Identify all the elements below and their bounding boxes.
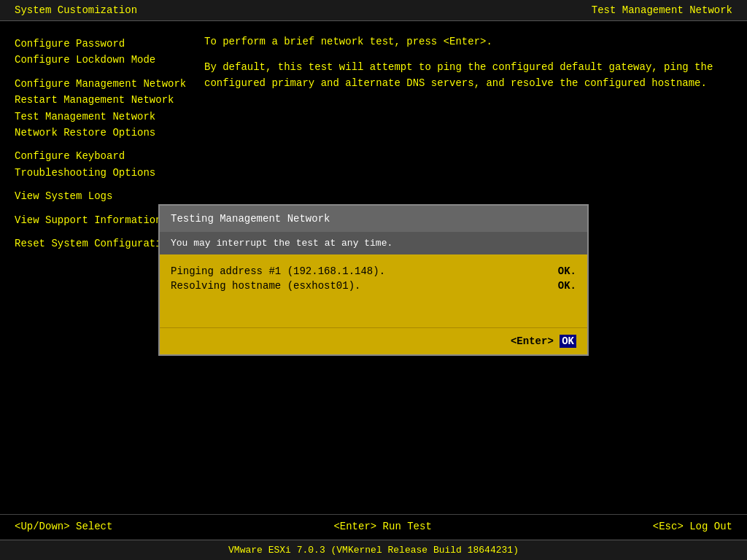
sidebar-item-configure-password[interactable]: Configure Password (15, 36, 175, 52)
result-label-1: Resolving hostname (esxhost01). (171, 280, 360, 292)
description-line1: To perform a brief network test, press <… (204, 36, 732, 47)
modal-subtitle: You may interrupt the test at any time. (160, 232, 587, 254)
status-left: <Up/Down> Select (15, 521, 112, 532)
modal-title: Testing Management Network (160, 206, 587, 232)
sidebar-item-configure-keyboard[interactable]: Configure Keyboard (15, 148, 175, 164)
sidebar-item-test-mgmt-network[interactable]: Test Management Network (15, 109, 175, 125)
sidebar-item-view-logs[interactable]: View System Logs (15, 188, 175, 204)
modal-body: Pinging address #1 (192.168.1.148). OK. … (160, 254, 587, 327)
testing-modal[interactable]: Testing Management Network You may inter… (158, 204, 589, 356)
sidebar-item-restart-mgmt-network[interactable]: Restart Management Network (15, 92, 175, 108)
sidebar-item-view-support[interactable]: View Support Information (15, 212, 175, 228)
result-status-0: OK. (558, 265, 576, 277)
title-bar: System Customization Test Management Net… (0, 0, 747, 21)
results-container: Pinging address #1 (192.168.1.148). OK. … (171, 265, 576, 292)
enter-bracket: <Enter> (511, 335, 560, 347)
status-right: <Esc> Log Out (653, 521, 732, 532)
footer-text: VMware ESXi 7.0.3 (VMKernel Release Buil… (228, 545, 519, 556)
status-bar: <Up/Down> Select <Enter> Run Test <Esc> … (0, 514, 747, 538)
title-left: System Customization (15, 4, 137, 16)
result-row-0: Pinging address #1 (192.168.1.148). OK. (171, 265, 576, 277)
footer: VMware ESXi 7.0.3 (VMKernel Release Buil… (0, 540, 747, 560)
enter-ok-button[interactable]: <Enter> OK (511, 335, 576, 348)
sidebar-item-configure-mgmt-network[interactable]: Configure Management Network (15, 76, 175, 92)
title-right: Test Management Network (592, 4, 732, 16)
sidebar-item-reset-system[interactable]: Reset System Configuration (15, 236, 175, 252)
status-center: <Enter> Run Test (333, 521, 431, 532)
description-line2: By default, this test will attempt to pi… (204, 59, 732, 92)
result-label-0: Pinging address #1 (192.168.1.148). (171, 265, 385, 277)
sidebar-menu: Configure PasswordConfigure Lockdown Mod… (15, 36, 175, 252)
sidebar-item-network-restore[interactable]: Network Restore Options (15, 125, 175, 141)
result-row-1: Resolving hostname (esxhost01). OK. (171, 280, 576, 292)
ok-label: OK (560, 335, 576, 348)
sidebar-item-configure-lockdown[interactable]: Configure Lockdown Mode (15, 52, 175, 68)
modal-footer: <Enter> OK (160, 327, 587, 354)
result-status-1: OK. (558, 280, 576, 292)
sidebar-item-troubleshooting[interactable]: Troubleshooting Options (15, 165, 175, 181)
